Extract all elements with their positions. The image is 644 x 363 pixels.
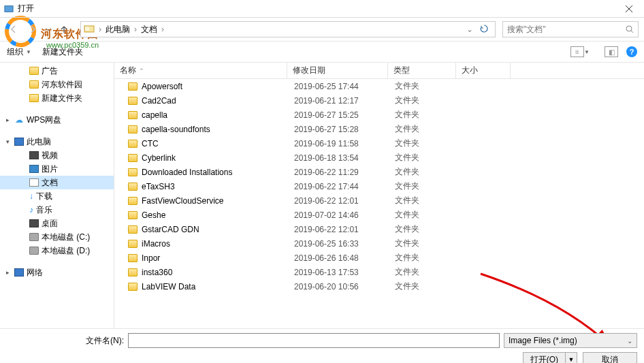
filetype-filter[interactable]: Image Files (*.img) (504, 333, 637, 348)
file-name: GstarCAD GDN (142, 225, 199, 234)
file-type: 文件夹 (391, 123, 459, 135)
search-box[interactable] (502, 21, 639, 37)
help-button[interactable]: ? (626, 46, 637, 57)
folder-icon (128, 97, 138, 105)
folder-icon (29, 165, 39, 173)
folder-icon (128, 197, 138, 205)
sidebar-item-wps[interactable]: ▸☁WPS网盘 (0, 113, 114, 127)
file-type: 文件夹 (391, 166, 459, 178)
sidebar-item-quick-2[interactable]: 新建文件夹 (0, 91, 114, 105)
table-row[interactable]: eTaxSH32019-06-22 17:44文件夹 (114, 179, 644, 193)
file-date: 2019-06-25 16:33 (290, 239, 391, 249)
table-row[interactable]: Geshe2019-07-02 14:46文件夹 (114, 208, 644, 222)
col-date[interactable]: 修改日期 (287, 63, 388, 78)
file-name: eTaxSH3 (142, 182, 175, 191)
recent-button[interactable] (44, 21, 53, 37)
chevron-right-icon: › (133, 25, 138, 34)
table-row[interactable]: iMacros2019-06-25 16:33文件夹 (114, 236, 644, 251)
folder-icon (128, 211, 138, 219)
preview-pane-button[interactable]: ◧ (605, 46, 618, 57)
sidebar-item-2[interactable]: 文档 (0, 176, 114, 189)
filename-input[interactable] (128, 333, 500, 348)
table-row[interactable]: FastViewCloudService2019-06-22 12:01文件夹 (114, 193, 644, 208)
sidebar-item-0[interactable]: 视频 (0, 148, 114, 162)
back-button[interactable] (5, 21, 22, 37)
open-dropdown[interactable]: ▼ (566, 356, 577, 363)
file-type: 文件夹 (391, 266, 459, 278)
sidebar-item-4[interactable]: ♪音乐 (0, 203, 114, 217)
col-name[interactable]: 名称 ⌃ (114, 63, 287, 78)
sidebar: 广告河东软件园新建文件夹▸☁WPS网盘▾此电脑视频图片文档↓下载♪音乐桌面本地磁… (0, 63, 114, 328)
sidebar-item-1[interactable]: 图片 (0, 162, 114, 176)
folder-icon (128, 168, 138, 176)
sidebar-item-7[interactable]: 本地磁盘 (D:) (0, 244, 114, 257)
table-row[interactable]: LabVIEW Data2019-06-20 10:56文件夹 (114, 279, 644, 294)
view-details-button[interactable]: ≡▼ (570, 46, 584, 57)
breadcrumb-pc[interactable]: 此电脑 (103, 22, 133, 37)
file-date: 2019-06-22 12:01 (290, 225, 391, 234)
file-list[interactable]: Apowersoft2019-06-25 17:44文件夹Cad2Cad2019… (114, 79, 644, 328)
folder-icon (128, 140, 138, 148)
search-input[interactable] (507, 25, 626, 34)
sidebar-item-6[interactable]: 本地磁盘 (C:) (0, 230, 114, 244)
file-name: capella (142, 110, 167, 120)
table-row[interactable]: Cyberlink2019-06-18 13:54文件夹 (114, 151, 644, 165)
filename-label: 文件名(N): (7, 335, 124, 347)
file-name: Cyberlink (142, 153, 176, 163)
folder-icon (128, 268, 138, 277)
file-date: 2019-06-22 17:44 (290, 182, 391, 191)
svg-point-3 (626, 26, 632, 31)
file-name: insta360 (142, 268, 172, 277)
open-button[interactable]: 打开(O)▼ (523, 352, 577, 363)
file-type: 文件夹 (391, 238, 459, 249)
folder-icon (29, 219, 39, 227)
table-row[interactable]: Cad2Cad2019-06-21 12:17文件夹 (114, 93, 644, 108)
file-date: 2019-06-22 12:01 (290, 196, 391, 206)
table-row[interactable]: Inpor2019-06-26 16:48文件夹 (114, 251, 644, 265)
navbar: › 此电脑 › 文档 › ⌄ (0, 18, 644, 41)
sidebar-item-quick-0[interactable]: 广告 (0, 64, 114, 78)
sidebar-item-pc[interactable]: ▾此电脑 (0, 135, 114, 148)
svg-rect-2 (85, 27, 89, 31)
close-button[interactable] (614, 0, 644, 18)
table-row[interactable]: capella-soundfonts2019-06-27 15:28文件夹 (114, 122, 644, 136)
address-bar[interactable]: › 此电脑 › 文档 › ⌄ (80, 21, 496, 37)
file-date: 2019-06-21 12:17 (290, 96, 391, 106)
sidebar-item-quick-1[interactable]: 河东软件园 (0, 78, 114, 91)
folder-icon (128, 82, 138, 91)
folder-icon (29, 94, 39, 102)
file-type: 文件夹 (391, 252, 459, 264)
organize-menu[interactable]: 组织 ▼ (7, 46, 31, 58)
col-size[interactable]: 大小 (456, 63, 511, 78)
table-row[interactable]: capella2019-06-27 15:25文件夹 (114, 108, 644, 122)
cancel-button[interactable]: 取消 (583, 352, 637, 363)
file-name: Downloaded Installations (142, 168, 232, 177)
drive-icon (29, 233, 39, 241)
sidebar-item-3[interactable]: ↓下载 (0, 189, 114, 203)
file-type: 文件夹 (391, 109, 459, 121)
file-type: 文件夹 (391, 209, 459, 221)
col-type[interactable]: 类型 (388, 63, 456, 78)
sidebar-item-network[interactable]: ▸网络 (0, 266, 114, 279)
file-name: Apowersoft (142, 82, 182, 91)
table-row[interactable]: CTC2019-06-19 11:58文件夹 (114, 136, 644, 151)
table-row[interactable]: Downloaded Installations2019-06-22 11:29… (114, 165, 644, 179)
file-type: 文件夹 (391, 180, 459, 192)
file-name: capella-soundfonts (142, 125, 210, 134)
file-type: 文件夹 (391, 95, 459, 106)
up-button[interactable] (56, 21, 72, 37)
breadcrumb-folder[interactable]: 文档 (138, 22, 160, 37)
file-date: 2019-06-19 11:58 (290, 139, 391, 148)
refresh-button[interactable] (476, 25, 492, 35)
file-name: LabVIEW Data (142, 282, 195, 291)
download-icon: ↓ (29, 191, 33, 201)
address-dropdown[interactable]: ⌄ (464, 25, 476, 34)
table-row[interactable]: Apowersoft2019-06-25 17:44文件夹 (114, 79, 644, 93)
forward-button[interactable] (25, 21, 41, 37)
close-icon (626, 5, 632, 12)
sidebar-item-5[interactable]: 桌面 (0, 217, 114, 230)
file-name: Inpor (142, 253, 160, 263)
table-row[interactable]: insta3602019-06-13 17:53文件夹 (114, 265, 644, 279)
drive-icon (29, 247, 39, 255)
table-row[interactable]: GstarCAD GDN2019-06-22 12:01文件夹 (114, 222, 644, 236)
